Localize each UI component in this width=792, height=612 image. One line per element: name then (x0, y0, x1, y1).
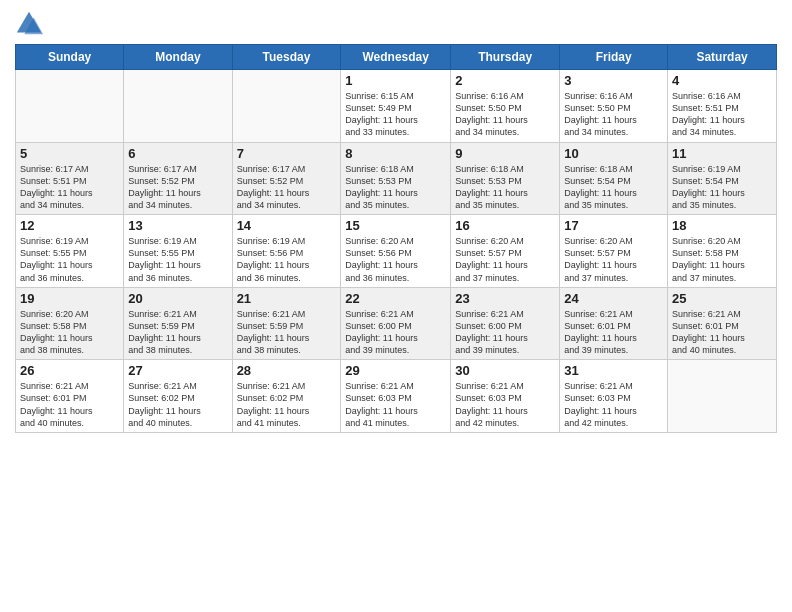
calendar-cell: 17Sunrise: 6:20 AM Sunset: 5:57 PM Dayli… (560, 215, 668, 288)
calendar-cell: 22Sunrise: 6:21 AM Sunset: 6:00 PM Dayli… (341, 287, 451, 360)
day-info: Sunrise: 6:18 AM Sunset: 5:53 PM Dayligh… (455, 163, 555, 212)
day-header-saturday: Saturday (668, 45, 777, 70)
day-info: Sunrise: 6:17 AM Sunset: 5:51 PM Dayligh… (20, 163, 119, 212)
day-number: 14 (237, 218, 337, 233)
day-info: Sunrise: 6:18 AM Sunset: 5:53 PM Dayligh… (345, 163, 446, 212)
logo-icon (15, 10, 43, 38)
day-info: Sunrise: 6:21 AM Sunset: 6:03 PM Dayligh… (564, 380, 663, 429)
day-number: 19 (20, 291, 119, 306)
day-number: 26 (20, 363, 119, 378)
day-info: Sunrise: 6:21 AM Sunset: 6:00 PM Dayligh… (455, 308, 555, 357)
day-header-friday: Friday (560, 45, 668, 70)
calendar-cell: 16Sunrise: 6:20 AM Sunset: 5:57 PM Dayli… (451, 215, 560, 288)
day-number: 29 (345, 363, 446, 378)
calendar-cell: 27Sunrise: 6:21 AM Sunset: 6:02 PM Dayli… (124, 360, 232, 433)
day-number: 28 (237, 363, 337, 378)
calendar-cell (232, 70, 341, 143)
day-header-thursday: Thursday (451, 45, 560, 70)
day-info: Sunrise: 6:21 AM Sunset: 6:01 PM Dayligh… (672, 308, 772, 357)
day-number: 1 (345, 73, 446, 88)
day-number: 12 (20, 218, 119, 233)
day-info: Sunrise: 6:21 AM Sunset: 6:03 PM Dayligh… (455, 380, 555, 429)
header (15, 10, 777, 38)
day-info: Sunrise: 6:19 AM Sunset: 5:54 PM Dayligh… (672, 163, 772, 212)
calendar-cell: 20Sunrise: 6:21 AM Sunset: 5:59 PM Dayli… (124, 287, 232, 360)
day-info: Sunrise: 6:20 AM Sunset: 5:57 PM Dayligh… (564, 235, 663, 284)
calendar-cell: 1Sunrise: 6:15 AM Sunset: 5:49 PM Daylig… (341, 70, 451, 143)
day-info: Sunrise: 6:18 AM Sunset: 5:54 PM Dayligh… (564, 163, 663, 212)
calendar-cell: 12Sunrise: 6:19 AM Sunset: 5:55 PM Dayli… (16, 215, 124, 288)
calendar-cell: 25Sunrise: 6:21 AM Sunset: 6:01 PM Dayli… (668, 287, 777, 360)
day-number: 31 (564, 363, 663, 378)
calendar-cell: 19Sunrise: 6:20 AM Sunset: 5:58 PM Dayli… (16, 287, 124, 360)
day-info: Sunrise: 6:20 AM Sunset: 5:58 PM Dayligh… (20, 308, 119, 357)
day-header-sunday: Sunday (16, 45, 124, 70)
calendar-cell: 9Sunrise: 6:18 AM Sunset: 5:53 PM Daylig… (451, 142, 560, 215)
calendar-week-3: 12Sunrise: 6:19 AM Sunset: 5:55 PM Dayli… (16, 215, 777, 288)
calendar-cell: 10Sunrise: 6:18 AM Sunset: 5:54 PM Dayli… (560, 142, 668, 215)
day-info: Sunrise: 6:19 AM Sunset: 5:55 PM Dayligh… (128, 235, 227, 284)
calendar-cell (16, 70, 124, 143)
day-number: 6 (128, 146, 227, 161)
day-number: 17 (564, 218, 663, 233)
day-info: Sunrise: 6:19 AM Sunset: 5:56 PM Dayligh… (237, 235, 337, 284)
day-info: Sunrise: 6:21 AM Sunset: 5:59 PM Dayligh… (237, 308, 337, 357)
day-info: Sunrise: 6:21 AM Sunset: 6:01 PM Dayligh… (564, 308, 663, 357)
day-number: 30 (455, 363, 555, 378)
calendar-cell: 18Sunrise: 6:20 AM Sunset: 5:58 PM Dayli… (668, 215, 777, 288)
day-header-monday: Monday (124, 45, 232, 70)
calendar-cell: 14Sunrise: 6:19 AM Sunset: 5:56 PM Dayli… (232, 215, 341, 288)
calendar-cell: 24Sunrise: 6:21 AM Sunset: 6:01 PM Dayli… (560, 287, 668, 360)
day-number: 23 (455, 291, 555, 306)
calendar-cell: 30Sunrise: 6:21 AM Sunset: 6:03 PM Dayli… (451, 360, 560, 433)
day-number: 13 (128, 218, 227, 233)
day-number: 4 (672, 73, 772, 88)
day-info: Sunrise: 6:21 AM Sunset: 5:59 PM Dayligh… (128, 308, 227, 357)
calendar-cell: 26Sunrise: 6:21 AM Sunset: 6:01 PM Dayli… (16, 360, 124, 433)
calendar-cell: 11Sunrise: 6:19 AM Sunset: 5:54 PM Dayli… (668, 142, 777, 215)
calendar-week-1: 1Sunrise: 6:15 AM Sunset: 5:49 PM Daylig… (16, 70, 777, 143)
day-info: Sunrise: 6:16 AM Sunset: 5:51 PM Dayligh… (672, 90, 772, 139)
calendar-header-row: SundayMondayTuesdayWednesdayThursdayFrid… (16, 45, 777, 70)
calendar-cell: 5Sunrise: 6:17 AM Sunset: 5:51 PM Daylig… (16, 142, 124, 215)
calendar-cell: 31Sunrise: 6:21 AM Sunset: 6:03 PM Dayli… (560, 360, 668, 433)
day-number: 20 (128, 291, 227, 306)
day-number: 9 (455, 146, 555, 161)
day-info: Sunrise: 6:20 AM Sunset: 5:57 PM Dayligh… (455, 235, 555, 284)
day-info: Sunrise: 6:17 AM Sunset: 5:52 PM Dayligh… (128, 163, 227, 212)
calendar-week-2: 5Sunrise: 6:17 AM Sunset: 5:51 PM Daylig… (16, 142, 777, 215)
calendar-cell: 2Sunrise: 6:16 AM Sunset: 5:50 PM Daylig… (451, 70, 560, 143)
day-number: 5 (20, 146, 119, 161)
day-info: Sunrise: 6:20 AM Sunset: 5:58 PM Dayligh… (672, 235, 772, 284)
day-info: Sunrise: 6:21 AM Sunset: 6:03 PM Dayligh… (345, 380, 446, 429)
day-number: 16 (455, 218, 555, 233)
calendar-cell: 15Sunrise: 6:20 AM Sunset: 5:56 PM Dayli… (341, 215, 451, 288)
page-container: SundayMondayTuesdayWednesdayThursdayFrid… (0, 0, 792, 443)
calendar-cell: 23Sunrise: 6:21 AM Sunset: 6:00 PM Dayli… (451, 287, 560, 360)
day-info: Sunrise: 6:16 AM Sunset: 5:50 PM Dayligh… (564, 90, 663, 139)
day-number: 27 (128, 363, 227, 378)
calendar-cell: 29Sunrise: 6:21 AM Sunset: 6:03 PM Dayli… (341, 360, 451, 433)
day-info: Sunrise: 6:17 AM Sunset: 5:52 PM Dayligh… (237, 163, 337, 212)
calendar-cell: 21Sunrise: 6:21 AM Sunset: 5:59 PM Dayli… (232, 287, 341, 360)
day-info: Sunrise: 6:15 AM Sunset: 5:49 PM Dayligh… (345, 90, 446, 139)
calendar-table: SundayMondayTuesdayWednesdayThursdayFrid… (15, 44, 777, 433)
day-header-wednesday: Wednesday (341, 45, 451, 70)
day-info: Sunrise: 6:19 AM Sunset: 5:55 PM Dayligh… (20, 235, 119, 284)
calendar-cell: 3Sunrise: 6:16 AM Sunset: 5:50 PM Daylig… (560, 70, 668, 143)
day-info: Sunrise: 6:16 AM Sunset: 5:50 PM Dayligh… (455, 90, 555, 139)
day-info: Sunrise: 6:21 AM Sunset: 6:01 PM Dayligh… (20, 380, 119, 429)
calendar-cell: 4Sunrise: 6:16 AM Sunset: 5:51 PM Daylig… (668, 70, 777, 143)
day-info: Sunrise: 6:21 AM Sunset: 6:00 PM Dayligh… (345, 308, 446, 357)
day-number: 2 (455, 73, 555, 88)
day-number: 24 (564, 291, 663, 306)
day-header-tuesday: Tuesday (232, 45, 341, 70)
calendar-cell: 6Sunrise: 6:17 AM Sunset: 5:52 PM Daylig… (124, 142, 232, 215)
day-number: 21 (237, 291, 337, 306)
logo (15, 10, 47, 38)
day-number: 10 (564, 146, 663, 161)
calendar-cell: 8Sunrise: 6:18 AM Sunset: 5:53 PM Daylig… (341, 142, 451, 215)
day-info: Sunrise: 6:21 AM Sunset: 6:02 PM Dayligh… (128, 380, 227, 429)
calendar-cell: 7Sunrise: 6:17 AM Sunset: 5:52 PM Daylig… (232, 142, 341, 215)
day-number: 8 (345, 146, 446, 161)
